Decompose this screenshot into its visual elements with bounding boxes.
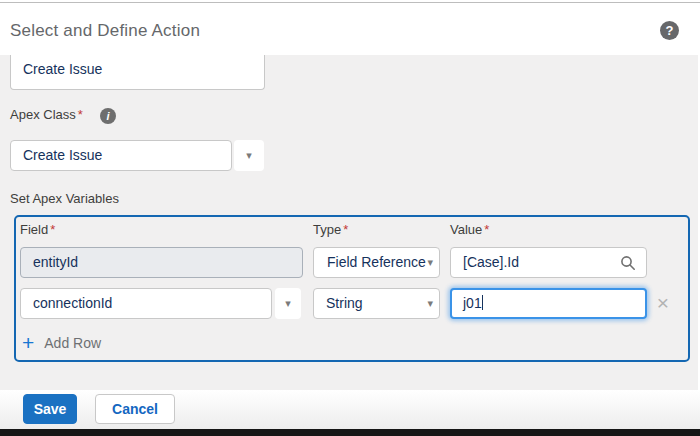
- apex-class-input[interactable]: Create Issue: [10, 140, 232, 171]
- required-asterisk: *: [50, 222, 55, 237]
- save-button[interactable]: Save: [23, 394, 77, 424]
- chevron-down-icon: ▾: [285, 297, 291, 309]
- select-define-action-dialog: Select and Define Action ? Create Issue …: [0, 0, 700, 436]
- field-input-entityid: entityId: [20, 247, 303, 278]
- help-icon[interactable]: ?: [660, 21, 679, 40]
- column-header-type: Type*: [313, 222, 348, 237]
- plus-icon: +: [22, 333, 34, 353]
- required-asterisk: *: [78, 107, 83, 122]
- column-header-field: Field*: [20, 222, 55, 237]
- chevron-down-icon: ▾: [246, 149, 252, 161]
- apex-class-label: Apex Class*: [10, 107, 83, 122]
- bottom-window-edge: [0, 429, 700, 436]
- page-title: Select and Define Action: [10, 21, 200, 41]
- field-input-connectionid[interactable]: connectionId: [20, 288, 272, 319]
- required-asterisk: *: [343, 222, 348, 237]
- chevron-down-icon: ▾: [427, 248, 433, 277]
- search-icon[interactable]: [620, 255, 636, 271]
- top-divider: [0, 2, 700, 3]
- value-input-row1[interactable]: [Case].Id: [450, 247, 647, 278]
- action-search-input[interactable]: Create Issue: [10, 55, 265, 90]
- set-apex-variables-label: Set Apex Variables: [10, 191, 119, 206]
- type-select-row1[interactable]: Field Reference ▾: [313, 247, 440, 278]
- remove-row-icon[interactable]: ×: [651, 291, 675, 315]
- chevron-down-icon: ▾: [427, 289, 433, 318]
- value-input-row2[interactable]: j01: [450, 288, 647, 319]
- add-row-label: Add Row: [44, 335, 101, 351]
- cancel-button[interactable]: Cancel: [95, 394, 175, 424]
- type-select-row2[interactable]: String ▾: [313, 288, 440, 319]
- required-asterisk: *: [484, 222, 489, 237]
- text-cursor: [482, 295, 483, 310]
- footer-bar: Save Cancel: [0, 390, 700, 429]
- field-dropdown-button-row2[interactable]: ▾: [275, 288, 301, 319]
- info-icon[interactable]: i: [100, 108, 116, 124]
- add-row-button[interactable]: + Add Row: [22, 333, 101, 353]
- form-panel: Create Issue Apex Class* i Create Issue …: [0, 55, 698, 390]
- apex-class-dropdown-button[interactable]: ▾: [234, 140, 264, 171]
- column-header-value: Value*: [450, 222, 489, 237]
